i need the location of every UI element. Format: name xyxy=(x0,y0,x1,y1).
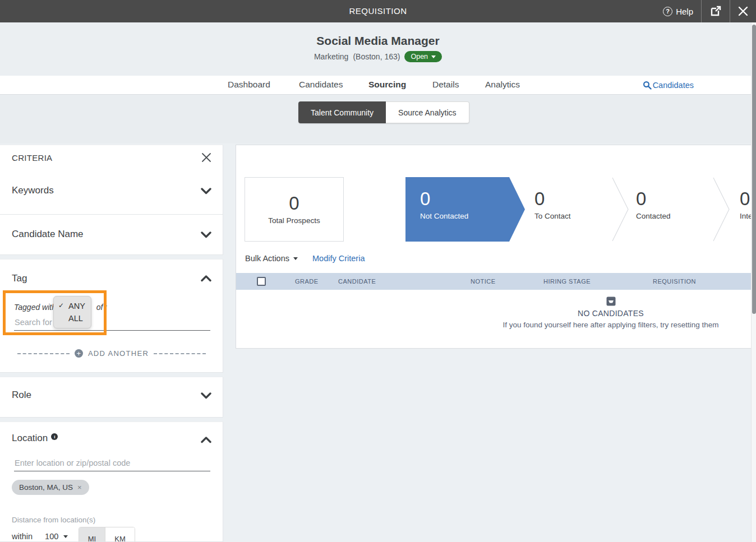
chevron-down-icon xyxy=(431,55,436,58)
talent-community-card: 0 Total Prospects 0 Not Contacted 0 To C… xyxy=(236,145,756,349)
checkmark-icon: ✓ xyxy=(58,302,64,309)
page-title: Social Media Manager xyxy=(0,22,756,48)
tab-sourcing[interactable]: Sourcing xyxy=(368,76,406,95)
dropdown-option-all[interactable]: ALL xyxy=(54,312,91,325)
tab-dashboard[interactable]: Dashboard xyxy=(228,76,270,95)
column-grade: GRADE xyxy=(295,273,319,290)
unit-mi-button[interactable]: MI xyxy=(79,527,105,542)
location-chip[interactable]: Boston, MA, US × xyxy=(12,480,89,495)
status-badge[interactable]: Open xyxy=(404,51,442,62)
section-keywords[interactable]: Keywords xyxy=(12,185,54,196)
column-notice: NOTICE xyxy=(471,273,496,290)
criteria-title: CRITERIA xyxy=(12,153,52,163)
dash-line xyxy=(17,353,70,354)
total-prospects-box: 0 Total Prospects xyxy=(245,177,344,242)
location-input[interactable] xyxy=(14,457,210,471)
help-icon: ? xyxy=(663,7,672,16)
tab-candidates[interactable]: Candidates xyxy=(299,76,343,95)
empty-state-message: If you found yourself here after applyin… xyxy=(503,321,719,329)
tag-panel: Tag Tagged with of : ✓ ANY ALL + ADD ANO… xyxy=(0,259,223,373)
column-candidate: CANDIDATE xyxy=(338,273,376,290)
chevron-down-icon xyxy=(293,257,298,260)
funnel-stage-to-contact[interactable]: 0 To Contact xyxy=(534,189,571,220)
section-location[interactable]: Location i xyxy=(12,433,58,444)
empty-state-title: NO CANDIDATES xyxy=(578,309,644,318)
scrollbar-thumb[interactable] xyxy=(752,25,756,314)
empty-state: NO CANDIDATES If you found yourself here… xyxy=(471,297,751,329)
chip-remove-icon[interactable]: × xyxy=(77,483,82,492)
funnel-separator xyxy=(612,177,629,242)
section-candidate-name[interactable]: Candidate Name xyxy=(12,229,84,240)
funnel-separator xyxy=(713,177,730,242)
external-link-icon xyxy=(709,5,722,17)
distance-select[interactable]: 100 xyxy=(45,532,68,541)
column-hiring-stage: HIRING STAGE xyxy=(543,273,591,290)
tab-details[interactable]: Details xyxy=(432,76,459,95)
divider xyxy=(0,214,223,215)
sourcing-subnav: Talent Community Source Analytics xyxy=(0,95,756,143)
chevron-down-icon[interactable] xyxy=(201,231,211,238)
help-button[interactable]: ? Help xyxy=(655,0,701,22)
help-label: Help xyxy=(676,7,693,16)
req-info: (Boston, 163) xyxy=(353,52,400,61)
search-candidates-link[interactable]: Candidates xyxy=(643,76,694,95)
dropdown-option-any[interactable]: ✓ ANY xyxy=(54,300,91,312)
chevron-down-icon[interactable] xyxy=(201,392,211,399)
criteria-panel: CRITERIA Keywords Candidate Name xyxy=(0,145,223,255)
section-role[interactable]: Role xyxy=(12,390,31,401)
section-tag[interactable]: Tag xyxy=(12,273,27,284)
department-label: Marketing xyxy=(314,52,348,61)
close-icon xyxy=(738,6,748,16)
requisition-page: REQUISITION ? Help Social Media Manage xyxy=(0,0,756,542)
search-icon xyxy=(643,81,652,90)
top-bar: REQUISITION ? Help xyxy=(0,0,756,22)
tab-source-analytics[interactable]: Source Analytics xyxy=(386,101,469,123)
info-icon: i xyxy=(51,433,58,440)
chevron-up-icon[interactable] xyxy=(201,275,211,282)
dash-line xyxy=(154,353,206,354)
criteria-close-icon[interactable] xyxy=(201,152,211,163)
inbox-icon xyxy=(606,297,616,306)
within-label: within xyxy=(12,532,33,541)
tab-talent-community[interactable]: Talent Community xyxy=(298,101,386,123)
tag-match-dropdown: ✓ ANY ALL xyxy=(53,296,91,328)
select-all-checkbox[interactable] xyxy=(257,277,266,286)
add-another-button[interactable]: + ADD ANOTHER xyxy=(0,349,223,358)
column-requisition: REQUISITION xyxy=(653,273,696,290)
window-title: REQUISITION xyxy=(0,0,756,22)
chevron-down-icon[interactable] xyxy=(201,188,211,194)
distance-label: Distance from location(s) xyxy=(12,516,95,524)
bulk-actions-button[interactable]: Bulk Actions xyxy=(245,254,298,263)
vertical-scrollbar[interactable] xyxy=(751,22,756,542)
requisition-header: Social Media Manager Marketing (Boston, … xyxy=(0,22,756,76)
total-prospects-count: 0 xyxy=(289,194,299,213)
modify-criteria-link[interactable]: Modify Criteria xyxy=(312,254,365,263)
plus-icon: + xyxy=(75,349,83,358)
unit-km-button[interactable]: KM xyxy=(105,527,135,542)
tab-analytics[interactable]: Analytics xyxy=(485,76,520,95)
main-nav: Dashboard Candidates Sourcing Details An… xyxy=(0,76,756,95)
role-panel: Role xyxy=(0,377,223,418)
total-prospects-label: Total Prospects xyxy=(268,216,320,225)
funnel-stage-contacted[interactable]: 0 Contacted xyxy=(636,189,671,220)
chevron-down-icon xyxy=(63,535,68,538)
funnel-stage-not-contacted[interactable]: 0 Not Contacted xyxy=(420,189,468,220)
location-panel: Location i Boston, MA, US × Distance fro… xyxy=(0,421,223,542)
chevron-up-icon[interactable] xyxy=(201,437,211,443)
candidates-table-header: GRADE CANDIDATE NOTICE HIRING STAGE REQU… xyxy=(236,273,756,290)
open-in-new-window-button[interactable] xyxy=(701,0,730,22)
close-button[interactable] xyxy=(730,0,756,22)
distance-unit-toggle: MI KM xyxy=(79,527,135,542)
